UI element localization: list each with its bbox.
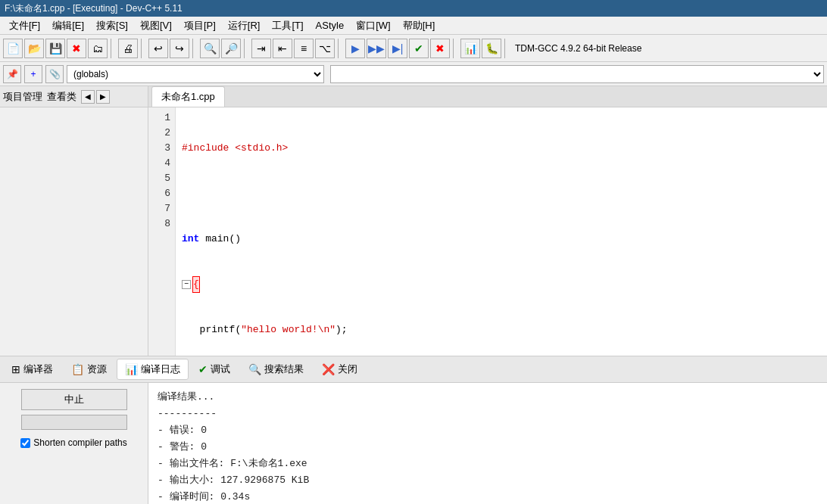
resources-icon: 📋 bbox=[71, 363, 84, 375]
compiler-tab-label: 编译器 bbox=[23, 362, 53, 376]
compiler-icon: ⊞ bbox=[11, 363, 20, 375]
tab-compile-log[interactable]: 📊 编译日志 bbox=[117, 359, 189, 380]
bottom-content: 中止 Shorten compiler paths 编译结果... ------… bbox=[0, 383, 827, 504]
main-area: 1 2 3 4 5 6 7 8 #include <stdio.h> int m… bbox=[0, 107, 827, 356]
code-line-2 bbox=[182, 186, 821, 201]
sep3 bbox=[192, 39, 197, 58]
code-line-1: #include <stdio.h> bbox=[182, 141, 821, 156]
close-icon: ❌ bbox=[322, 363, 335, 375]
function-select[interactable] bbox=[330, 65, 824, 83]
line-num-1: 1 bbox=[153, 110, 170, 126]
tab-debug[interactable]: ✔ 调试 bbox=[190, 359, 239, 380]
indent-btn[interactable]: ⇥ bbox=[251, 39, 271, 58]
nav-prev-btn[interactable]: ◀ bbox=[81, 90, 95, 104]
bottom-left-panel: 中止 Shorten compiler paths bbox=[0, 383, 148, 504]
code-line-4: −{ bbox=[182, 277, 821, 292]
compile-output: 编译结果... ---------- - 错误: 0 - 警告: 0 - 输出文… bbox=[148, 383, 827, 504]
shorten-paths-checkbox[interactable] bbox=[20, 438, 30, 448]
menu-edit[interactable]: 编辑[E] bbox=[46, 17, 90, 34]
line-numbers: 1 2 3 4 5 6 7 8 bbox=[148, 107, 176, 356]
file-tab[interactable]: 未命名1.cpp bbox=[151, 86, 225, 107]
fold-marker[interactable]: − bbox=[182, 280, 191, 289]
bug-btn[interactable]: 🐛 bbox=[482, 39, 501, 58]
code-container: 1 2 3 4 5 6 7 8 #include <stdio.h> int m… bbox=[148, 107, 827, 356]
print-btn[interactable]: 🖨 bbox=[118, 39, 138, 58]
tab-resources[interactable]: 📋 资源 bbox=[63, 359, 115, 380]
shorten-paths-option[interactable]: Shorten compiler paths bbox=[20, 437, 126, 448]
resources-tab-label: 资源 bbox=[87, 362, 107, 376]
open-btn[interactable]: 📂 bbox=[24, 39, 44, 58]
output-line-4: - 警告: 0 bbox=[158, 439, 818, 456]
debug-icon: ✔ bbox=[198, 363, 208, 375]
menu-view[interactable]: 视图[V] bbox=[134, 17, 178, 34]
progress-bar bbox=[21, 415, 127, 430]
menu-search[interactable]: 搜索[S] bbox=[90, 17, 134, 34]
secondary-toolbar: 📌 + 📎 (globals) bbox=[0, 62, 827, 86]
code-line-3: int main() bbox=[182, 232, 821, 247]
code-line-5: printf("hello world!\n"); bbox=[182, 322, 821, 338]
tab-close[interactable]: ❌ 关闭 bbox=[314, 359, 366, 380]
menu-help[interactable]: 帮助[H] bbox=[397, 17, 442, 34]
compile-btn[interactable]: ▶ bbox=[345, 39, 365, 58]
line-num-6: 6 bbox=[153, 186, 170, 201]
tab-bar-wrapper: 项目管理 查看类 ◀ ▶ 未命名1.cpp bbox=[0, 86, 827, 107]
nav-next-btn[interactable]: ▶ bbox=[96, 90, 110, 104]
editor-area[interactable]: 1 2 3 4 5 6 7 8 #include <stdio.h> int m… bbox=[148, 107, 827, 356]
close-tab-label: 关闭 bbox=[338, 362, 357, 376]
compile-run-btn[interactable]: ▶| bbox=[388, 39, 407, 58]
stop-button[interactable]: 中止 bbox=[21, 389, 127, 410]
chart-btn[interactable]: 📊 bbox=[460, 39, 480, 58]
main-toolbar: 📄 📂 💾 ✖ 🗂 🖨 ↩ ↪ 🔍 🔎 ⇥ ⇤ ≡ ⌥ ▶ ▶▶ ▶| ✔ ✖ … bbox=[0, 35, 827, 62]
close-btn[interactable]: ✖ bbox=[67, 39, 86, 58]
output-line-6: - 输出大小: 127.9296875 KiB bbox=[158, 472, 818, 489]
debug-tab-label: 调试 bbox=[211, 362, 230, 376]
replace-btn[interactable]: 🔎 bbox=[221, 39, 241, 58]
add-bookmark-btn[interactable]: 📌 bbox=[3, 65, 21, 83]
search-tab-label: 搜索结果 bbox=[264, 362, 304, 376]
sep4 bbox=[244, 39, 248, 58]
menu-run[interactable]: 运行[R] bbox=[222, 17, 267, 34]
code-content[interactable]: #include <stdio.h> int main() −{ printf(… bbox=[176, 107, 827, 356]
prev-bookmark-btn[interactable]: + bbox=[24, 65, 42, 83]
new-btn[interactable]: 📄 bbox=[3, 39, 23, 58]
menu-file[interactable]: 文件[F] bbox=[3, 17, 46, 34]
tab-search[interactable]: 🔍 搜索结果 bbox=[240, 359, 312, 380]
check-btn[interactable]: ✔ bbox=[409, 39, 429, 58]
unindent-btn[interactable]: ⇤ bbox=[273, 39, 292, 58]
menu-project[interactable]: 项目[P] bbox=[178, 17, 222, 34]
tab-compiler[interactable]: ⊞ 编译器 bbox=[3, 359, 61, 380]
tabs-area: 未命名1.cpp bbox=[148, 86, 226, 107]
class-tab-label[interactable]: 查看类 bbox=[47, 90, 76, 104]
shorten-paths-label: Shorten compiler paths bbox=[33, 437, 126, 448]
menu-astyle[interactable]: AStyle bbox=[310, 18, 351, 33]
globals-select[interactable]: (globals) bbox=[67, 65, 324, 83]
search-icon: 🔍 bbox=[248, 363, 261, 375]
line-num-3: 3 bbox=[153, 141, 170, 156]
left-nav-area: 项目管理 查看类 ◀ ▶ bbox=[0, 86, 148, 107]
line-num-7: 7 bbox=[153, 201, 170, 216]
next-bookmark-btn[interactable]: 📎 bbox=[45, 65, 64, 83]
bottom-tabs: ⊞ 编译器 📋 资源 📊 编译日志 ✔ 调试 🔍 搜索结果 ❌ 关闭 bbox=[0, 356, 827, 383]
menu-window[interactable]: 窗口[W] bbox=[350, 17, 397, 34]
find-btn[interactable]: 🔍 bbox=[200, 39, 220, 58]
title-text: F:\未命名1.cpp - [Executing] - Dev-C++ 5.11 bbox=[5, 2, 183, 15]
sep5 bbox=[338, 39, 342, 58]
run-btn[interactable]: ▶▶ bbox=[367, 39, 386, 58]
line-num-2: 2 bbox=[153, 126, 170, 141]
save-all-btn[interactable]: 🗂 bbox=[88, 39, 108, 58]
menu-tools[interactable]: 工具[T] bbox=[266, 17, 309, 34]
comment-btn[interactable]: ⌥ bbox=[315, 39, 335, 58]
undo-btn[interactable]: ↩ bbox=[148, 39, 168, 58]
left-panel-content bbox=[0, 107, 148, 356]
stop-btn[interactable]: ✖ bbox=[430, 39, 450, 58]
line-num-8: 8 bbox=[153, 216, 170, 232]
project-tab-label[interactable]: 项目管理 bbox=[3, 90, 42, 104]
toggle-btn[interactable]: ≡ bbox=[294, 39, 314, 58]
redo-btn[interactable]: ↪ bbox=[170, 39, 189, 58]
compiler-label: TDM-GCC 4.9.2 64-bit Release bbox=[515, 43, 641, 54]
sep1 bbox=[111, 39, 115, 58]
output-line-7: - 编译时间: 0.34s bbox=[158, 489, 818, 504]
sep6 bbox=[453, 39, 457, 58]
compile-log-icon: 📊 bbox=[125, 363, 138, 375]
save-btn[interactable]: 💾 bbox=[45, 39, 65, 58]
